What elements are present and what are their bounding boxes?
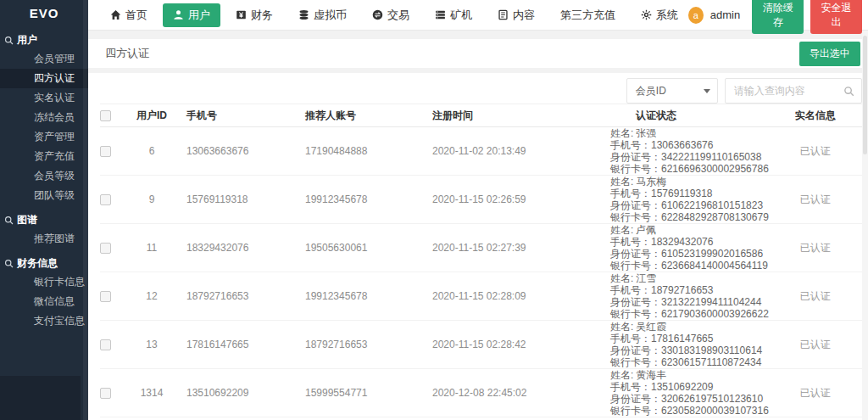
cell-realname-details: 姓名:黄海丰 手机号：13510692209 身份证号：320626197510… <box>602 369 769 417</box>
sidebar-item-referral-graph[interactable]: 推荐图谱 <box>0 229 88 249</box>
detail-label: 姓名: <box>610 224 633 236</box>
tab-label: 矿机 <box>450 8 472 23</box>
cell-user-id: 11 <box>125 242 178 254</box>
table-row: 13 17816147665 18792716653 2020-11-15 02… <box>100 321 862 369</box>
detail-label: 姓名: <box>610 176 633 188</box>
sidebar-section-header-graph[interactable]: 图谱 <box>0 210 88 229</box>
row-checkbox[interactable] <box>100 194 111 205</box>
table-header-row: 用户ID 手机号 推荐人账号 注册时间 认证状态 实名信息 <box>100 104 862 127</box>
main-area: 首页 用户 财务 虚拟币 交易 <box>88 0 868 420</box>
sidebar-item-asset-manage[interactable]: 资产管理 <box>0 127 88 147</box>
sidebar-item-realname-auth[interactable]: 实名认证 <box>0 88 88 108</box>
table-row: 1314 13510692209 15999554771 2020-12-08 … <box>100 369 862 417</box>
tab-label: 第三方充值 <box>560 8 615 23</box>
detail-bank-card: 6216696300002956786 <box>661 163 769 175</box>
col-referrer: 推荐人账号 <box>297 109 424 123</box>
tab-system[interactable]: 系统 <box>631 3 688 27</box>
col-auth-status: 认证状态 <box>602 109 769 123</box>
sidebar-item-frozen-members[interactable]: 冻结会员 <box>0 108 88 127</box>
search-row: 会员ID <box>88 73 868 104</box>
col-user-id: 用户ID <box>125 109 178 123</box>
cell-referrer: 15999554771 <box>297 387 424 399</box>
detail-id-card: 610622196810151823 <box>661 199 763 211</box>
cell-user-id: 13 <box>125 339 178 350</box>
sidebar-section-header-finance-info[interactable]: 财务信息 <box>0 254 88 272</box>
search-input[interactable] <box>734 85 843 97</box>
tab-trade[interactable]: 交易 <box>362 3 420 27</box>
detail-name: 吴红霞 <box>636 321 666 333</box>
sidebar-item-bankcard-info[interactable]: 银行卡信息 <box>0 272 88 292</box>
tab-label: 内容 <box>513 8 535 23</box>
tab-label: 交易 <box>387 8 409 23</box>
sidebar-item-alipay-info[interactable]: 支付宝信息 <box>0 311 88 331</box>
table-row: 11 18329432076 19505630061 2020-11-15 02… <box>100 224 862 272</box>
coins-icon <box>298 9 309 20</box>
page-scrollbar[interactable] <box>862 31 868 420</box>
search-icon[interactable] <box>843 86 854 97</box>
detail-bank-card: 6236684140004564119 <box>661 260 768 272</box>
filter-select-value: 会员ID <box>636 84 666 98</box>
sidebar-item-member-manage[interactable]: 会员管理 <box>0 49 88 69</box>
detail-label: 银行卡号： <box>610 405 661 417</box>
tab-miner[interactable]: 矿机 <box>425 3 482 27</box>
tab-label: 首页 <box>125 8 147 23</box>
topnav-right: a admin 清除缓存 安全退出 <box>688 0 865 34</box>
row-checkbox[interactable] <box>100 291 111 302</box>
row-checkbox[interactable] <box>100 388 111 399</box>
status-badge: 已认证 <box>769 193 862 207</box>
avatar[interactable]: a <box>688 7 704 24</box>
sidebar-scrollbar[interactable] <box>83 0 88 420</box>
table-row: 12 18792716653 19912345678 2020-11-15 02… <box>100 272 862 321</box>
clear-cache-button[interactable]: 清除缓存 <box>752 0 804 34</box>
sidebar-section-header-users[interactable]: 用户 <box>0 31 88 49</box>
sidebar-item-member-level[interactable]: 会员等级 <box>0 166 88 186</box>
tab-thirdparty-recharge[interactable]: 第三方充值 <box>550 3 626 27</box>
sidebar-item-wechat-info[interactable]: 微信信息 <box>0 292 88 311</box>
breadcrumb-bar: 四方认证 导出选中 <box>88 39 868 68</box>
detail-name: 马东梅 <box>636 176 666 188</box>
select-all-checkbox[interactable] <box>100 110 111 121</box>
filter-select[interactable]: 会员ID <box>626 78 718 104</box>
cell-phone: 17816147665 <box>178 339 297 350</box>
app-logo: EVO <box>0 0 88 25</box>
sidebar-item-team-level[interactable]: 团队等级 <box>0 186 88 205</box>
tab-virtual-coin[interactable]: 虚拟币 <box>288 3 357 27</box>
cell-referrer: 18792716653 <box>297 339 424 350</box>
chevron-down-icon <box>704 89 710 93</box>
scrollbar-thumb[interactable] <box>863 36 867 154</box>
detail-phone: 17816147665 <box>651 333 713 344</box>
sidebar-item-fourparty-auth[interactable]: 四方认证 <box>0 69 88 88</box>
detail-phone: 13510692209 <box>651 381 713 393</box>
row-checkbox[interactable] <box>100 339 111 350</box>
detail-id-card: 320626197510123610 <box>661 393 763 405</box>
finance-icon <box>236 9 247 20</box>
cell-reg-time: 2020-11-15 02:27:39 <box>424 242 602 254</box>
detail-label: 身份证号： <box>610 393 661 405</box>
tab-label: 系统 <box>656 8 678 23</box>
detail-label: 姓名: <box>610 272 633 284</box>
row-checkbox[interactable] <box>100 243 111 254</box>
content-panel: 会员ID 用户ID 手机号 推荐人账号 注册时间 认证状态 实名信息 <box>88 73 868 420</box>
detail-label: 银行卡号： <box>610 356 661 368</box>
tab-finance[interactable]: 财务 <box>225 3 283 27</box>
export-selected-button[interactable]: 导出选中 <box>799 42 860 66</box>
detail-label: 姓名: <box>610 321 633 333</box>
app-root: EVO 用户 会员管理 四方认证 实名认证 冻结会员 资产管理 资产充值 会员等… <box>0 0 868 420</box>
tab-label: 财务 <box>251 8 273 23</box>
cell-user-id: 1314 <box>125 387 178 399</box>
logout-button[interactable]: 安全退出 <box>810 0 862 34</box>
sidebar-item-asset-recharge[interactable]: 资产充值 <box>0 147 88 166</box>
search-icon <box>4 216 14 225</box>
tab-users[interactable]: 用户 <box>163 3 220 27</box>
gear-icon <box>641 9 652 20</box>
tab-home[interactable]: 首页 <box>100 3 158 27</box>
tab-label: 虚拟币 <box>314 8 347 23</box>
status-badge: 已认证 <box>769 386 862 400</box>
tab-content[interactable]: 内容 <box>487 3 545 27</box>
page-title: 四方认证 <box>105 46 149 61</box>
trade-icon <box>372 9 383 20</box>
detail-phone: 18792716653 <box>651 284 713 296</box>
col-realname-info: 实名信息 <box>769 109 862 123</box>
row-checkbox[interactable] <box>100 146 111 157</box>
detail-name: 江雪 <box>636 272 656 284</box>
